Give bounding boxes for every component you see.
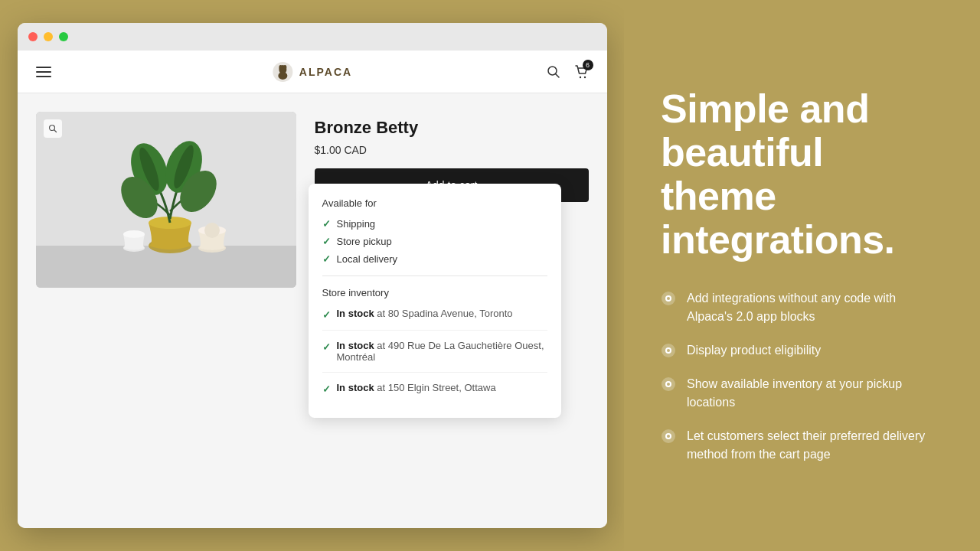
product-price: $1.00 CAD xyxy=(315,144,589,156)
svg-point-31 xyxy=(667,297,670,300)
headline: Simple and beautiful theme integrations. xyxy=(661,87,943,262)
feature-text-0: Add integrations without any code with A… xyxy=(687,289,943,326)
header-right: 6 xyxy=(546,64,589,80)
feature-icon-0 xyxy=(661,291,676,306)
svg-point-37 xyxy=(667,383,670,386)
popup-divider xyxy=(322,276,547,276)
search-button[interactable] xyxy=(546,64,561,80)
svg-point-6 xyxy=(283,65,285,67)
local-delivery-label: Local delivery xyxy=(337,253,398,265)
location-address-0: at 80 Spadina Avenue, Toronto xyxy=(377,308,512,319)
availability-popup: Available for ✓ Shipping ✓ Store pickup … xyxy=(309,184,561,418)
svg-point-5 xyxy=(279,65,281,67)
svg-point-9 xyxy=(579,76,580,77)
check-icon-pickup: ✓ xyxy=(322,236,331,247)
feature-icon-3 xyxy=(661,429,676,444)
feature-icon-1 xyxy=(661,343,676,358)
right-panel: Simple and beautiful theme integrations.… xyxy=(624,0,980,551)
shipping-item: ✓ Shipping xyxy=(322,218,547,230)
headline-text: Simple and beautiful theme integrations. xyxy=(661,86,895,262)
svg-point-10 xyxy=(583,76,585,77)
store-header: ALPACA 6 xyxy=(18,51,607,93)
check-icon-loc2: ✓ xyxy=(322,383,331,395)
shipping-label: Shipping xyxy=(337,218,376,230)
check-icon-loc0: ✓ xyxy=(322,309,331,321)
menu-icon[interactable] xyxy=(36,67,51,77)
store-content: ALPACA 6 xyxy=(18,51,607,528)
alpaca-logo-icon xyxy=(272,61,293,83)
features-list: Add integrations without any code with A… xyxy=(661,289,943,464)
feature-item-3: Let customers select their preferred del… xyxy=(661,427,943,464)
check-icon-shipping: ✓ xyxy=(322,218,331,230)
svg-point-28 xyxy=(123,230,145,238)
svg-line-12 xyxy=(54,130,56,132)
svg-point-2 xyxy=(278,72,287,80)
zoom-button[interactable] xyxy=(44,119,62,138)
inventory-location-2: ✓ In stock at 150 Elgin Street, Ottawa xyxy=(322,382,547,404)
product-image xyxy=(36,112,296,288)
browser-window: ALPACA 6 xyxy=(18,23,607,528)
header-left xyxy=(36,67,51,77)
in-stock-2: In stock xyxy=(337,382,374,393)
feature-item-1: Display product eligibility xyxy=(661,341,943,360)
in-stock-1: In stock xyxy=(337,340,374,351)
store-pickup-label: Store pickup xyxy=(337,236,392,247)
feature-text-1: Display product eligibility xyxy=(687,341,821,360)
cart-button[interactable]: 6 xyxy=(573,64,589,80)
inventory-location-1: ✓ In stock at 490 Rue De La Gauchetière … xyxy=(322,340,547,373)
browser-chrome xyxy=(18,23,607,51)
minimize-dot[interactable] xyxy=(44,32,53,41)
store-inventory-title: Store inventory xyxy=(322,287,547,298)
check-icon-loc1: ✓ xyxy=(322,341,331,353)
store-logo[interactable]: ALPACA xyxy=(272,61,352,83)
browser-panel: ALPACA 6 xyxy=(0,0,624,551)
feature-item-2: Show available inventory at your pickup … xyxy=(661,375,943,412)
svg-point-40 xyxy=(667,435,670,438)
feature-text-2: Show available inventory at your pickup … xyxy=(687,375,943,412)
feature-text-3: Let customers select their preferred del… xyxy=(687,427,943,464)
in-stock-0: In stock xyxy=(337,308,374,319)
svg-point-34 xyxy=(667,349,670,352)
close-dot[interactable] xyxy=(28,32,38,41)
svg-line-8 xyxy=(555,73,559,77)
local-delivery-item: ✓ Local delivery xyxy=(322,253,547,265)
cart-badge: 6 xyxy=(583,60,593,70)
svg-point-26 xyxy=(204,223,220,238)
maximize-dot[interactable] xyxy=(59,32,68,41)
logo-text: ALPACA xyxy=(299,66,352,78)
available-for-title: Available for xyxy=(322,197,547,209)
feature-item-0: Add integrations without any code with A… xyxy=(661,289,943,326)
inventory-location-0: ✓ In stock at 80 Spadina Avenue, Toronto xyxy=(322,308,547,331)
product-title: Bronze Betty xyxy=(315,118,589,138)
feature-icon-2 xyxy=(661,377,676,392)
product-image-container xyxy=(36,112,296,288)
check-icon-delivery: ✓ xyxy=(322,253,331,265)
store-pickup-item: ✓ Store pickup xyxy=(322,236,547,247)
product-area: Bronze Betty $1.00 CAD Add to cart Avail… xyxy=(18,93,607,306)
location-address-2: at 150 Elgin Street, Ottawa xyxy=(377,382,495,393)
